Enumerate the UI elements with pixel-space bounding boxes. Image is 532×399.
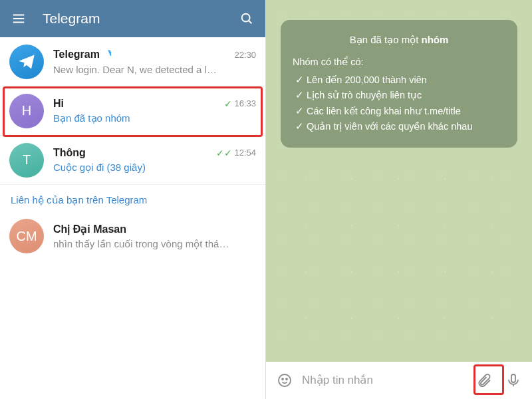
chat-list-panel: Telegram Telegram 22:30 New login. Dear … [0,0,266,399]
contact-status: nhìn thấy lần cuối trong vòng một thá… [53,238,256,250]
chat-name: Hi [53,98,220,110]
svg-point-5 [279,374,291,386]
search-button[interactable] [237,9,256,28]
info-feature-item: Lịch sử trò chuyện liên tục [295,88,505,103]
group-info-card: Bạn đã tạo một nhóm Nhóm có thể có: Lên … [281,20,517,148]
menu-button[interactable] [9,9,28,28]
check-icon: ✓ [224,98,232,109]
double-check-icon: ✓✓ [216,148,232,158]
svg-point-7 [286,378,287,380]
conversation-panel: Bạn đã tạo một nhóm Nhóm có thể có: Lên … [266,0,532,399]
chat-time: 22:30 [234,50,256,60]
chat-name: Thông [53,147,212,159]
chat-item-thong[interactable]: T Thông ✓✓ 12:54 Cuộc gọi đi (38 giây) [0,136,265,185]
svg-line-4 [249,21,251,23]
info-feature-list: Lên đến 200,000 thành viên Lịch sử trò c… [293,72,505,134]
avatar-thong: T [9,143,44,178]
info-feature-item: Các liên kết công khai như t.me/title [295,104,505,119]
attach-button[interactable] [472,368,496,392]
chat-preview: Cuộc gọi đi (38 giây) [53,162,256,174]
svg-point-6 [282,378,283,380]
contacts-section-label: Liên hệ của bạn trên Telegram [0,185,265,211]
chat-time: ✓✓ 12:54 [216,148,256,158]
mic-button[interactable] [501,368,525,392]
chat-item-telegram[interactable]: Telegram 22:30 New login. Dear N, we det… [0,37,265,86]
message-input[interactable] [302,374,467,387]
app-header: Telegram [0,0,265,37]
app-title: Telegram [28,11,237,27]
chat-item-hi[interactable]: H Hi ✓ 16:33 Bạn đã tạo nhóm [0,86,265,136]
chat-name: Telegram [53,49,230,61]
chat-preview: New login. Dear N, we detected a l… [53,64,256,75]
emoji-button[interactable] [273,368,297,392]
verified-icon [102,49,113,61]
message-input-bar [266,362,532,399]
avatar-contact: CM [9,219,44,253]
contact-name: Chị Đại Masan [53,223,256,235]
info-feature-item: Quản trị viên với các quyền khác nhau [295,119,505,134]
avatar-telegram [9,45,44,79]
info-feature-item: Lên đến 200,000 thành viên [295,72,505,88]
avatar-hi: H [9,94,44,128]
info-subtitle: Nhóm có thể có: [293,55,505,70]
contact-item[interactable]: CM Chị Đại Masan nhìn thấy lần cuối tron… [0,211,265,261]
chat-preview: Bạn đã tạo nhóm [53,112,256,124]
info-title: Bạn đã tạo một nhóm [293,32,505,48]
svg-rect-8 [511,374,515,382]
chat-area: Bạn đã tạo một nhóm Nhóm có thể có: Lên … [266,0,532,362]
chat-time: ✓ 16:33 [224,98,256,109]
svg-point-3 [242,14,250,22]
